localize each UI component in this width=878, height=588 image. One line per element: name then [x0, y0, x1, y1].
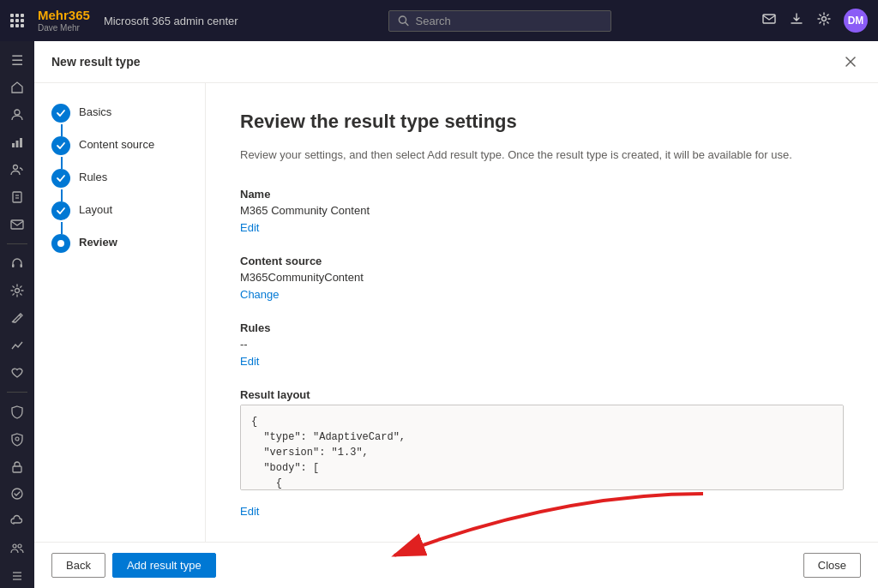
svg-rect-2	[763, 15, 775, 23]
name-label: Name	[240, 188, 844, 201]
step-circle-review	[51, 234, 70, 253]
svg-point-17	[15, 437, 19, 441]
sidebar-divider-2	[7, 392, 27, 393]
name-value: M365 Community Content	[240, 204, 844, 217]
gear-icon[interactable]	[816, 11, 832, 30]
review-description: Review your settings, and then select Ad…	[240, 147, 844, 164]
brand: Mehr365 Dave Mehr	[38, 9, 90, 33]
name-edit-link[interactable]: Edit	[240, 221, 259, 234]
download-icon[interactable]	[789, 11, 804, 30]
step-review: Review	[51, 234, 188, 253]
content-source-value: M365CommunityContent	[240, 271, 844, 284]
brand-sub: Dave Mehr	[38, 23, 80, 33]
content-source-change-link[interactable]: Change	[240, 288, 280, 301]
add-result-type-button[interactable]: Add result type	[112, 553, 216, 578]
sidebar-item-people[interactable]	[2, 537, 33, 561]
sidebar-item-mail[interactable]	[2, 213, 33, 237]
sidebar-item-cloud[interactable]	[2, 509, 33, 533]
search-icon	[398, 15, 409, 27]
svg-point-4	[15, 110, 20, 115]
footer-left-actions: Back Add result type	[51, 553, 216, 578]
content-area: New result type Basics	[34, 41, 878, 588]
close-button[interactable]: Close	[803, 553, 861, 578]
sidebar-divider-1	[7, 243, 27, 244]
search-input[interactable]	[416, 15, 602, 27]
panel-title: New result type	[51, 55, 140, 69]
rules-label: Rules	[240, 321, 844, 334]
svg-point-15	[15, 288, 20, 292]
topnav-icons: DM	[761, 9, 868, 33]
sidebar: ☰	[0, 41, 34, 588]
search-box[interactable]	[388, 10, 611, 32]
svg-rect-14	[21, 264, 23, 267]
svg-point-20	[13, 544, 16, 548]
svg-line-16	[19, 315, 21, 316]
svg-rect-18	[13, 466, 21, 472]
panel-body: Basics Content source Rules	[34, 83, 878, 542]
panel-footer: Back Add result type Close	[34, 542, 878, 588]
search-area	[252, 10, 748, 32]
layout-code-wrapper: { "type": "AdaptiveCard", "version": "1.…	[240, 405, 844, 490]
step-circle-layout	[51, 201, 70, 220]
layout-edit-link[interactable]: Edit	[240, 505, 259, 518]
svg-point-3	[822, 17, 827, 21]
step-label-review: Review	[79, 234, 117, 249]
review-title: Review the result type settings	[240, 111, 844, 133]
step-basics: Basics	[51, 104, 188, 123]
sidebar-item-lock[interactable]	[2, 454, 33, 478]
sidebar-item-shield2[interactable]	[2, 427, 33, 451]
review-section-name: Name M365 Community Content Edit	[240, 188, 844, 234]
mail-icon[interactable]	[761, 11, 777, 30]
step-label-content: Content source	[79, 136, 154, 151]
sidebar-item-shield1[interactable]	[2, 399, 33, 423]
step-content-source: Content source	[51, 136, 188, 155]
svg-line-1	[406, 22, 408, 25]
sidebar-item-chart[interactable]	[2, 333, 33, 357]
sidebar-item-heart[interactable]	[2, 361, 33, 385]
close-icon-button[interactable]	[840, 51, 861, 72]
avatar[interactable]: DM	[844, 9, 868, 33]
svg-rect-6	[16, 141, 19, 147]
step-label-layout: Layout	[79, 201, 112, 216]
back-button[interactable]: Back	[51, 553, 105, 578]
brand-name: Mehr365	[38, 9, 90, 23]
review-section-rules: Rules -- Edit	[240, 321, 844, 368]
layout-code-box[interactable]: { "type": "AdaptiveCard", "version": "1.…	[240, 405, 844, 490]
topnav: Mehr365 Dave Mehr Microsoft 365 admin ce…	[0, 0, 878, 41]
app-title: Microsoft 365 admin center	[104, 15, 238, 27]
sidebar-item-settings[interactable]	[2, 279, 33, 303]
sidebar-item-home[interactable]	[2, 75, 33, 99]
step-rules: Rules	[51, 169, 188, 188]
sidebar-item-headset[interactable]	[2, 251, 33, 275]
result-layout-label: Result layout	[240, 388, 844, 401]
svg-rect-12	[11, 220, 23, 229]
step-label-rules: Rules	[79, 169, 107, 183]
svg-rect-7	[20, 138, 22, 147]
review-content: Review the result type settings Review y…	[206, 83, 878, 542]
sidebar-item-reports[interactable]	[2, 185, 33, 209]
step-circle-rules	[51, 169, 70, 188]
review-section-content-source: Content source M365CommunityContent Chan…	[240, 255, 844, 301]
panel-header: New result type	[34, 41, 878, 83]
svg-rect-9	[13, 192, 21, 202]
sidebar-item-users[interactable]	[2, 158, 33, 182]
sidebar-item-compliance[interactable]	[2, 482, 33, 506]
rules-edit-link[interactable]: Edit	[240, 355, 259, 368]
step-label-basics: Basics	[79, 104, 111, 118]
wizard-steps: Basics Content source Rules	[34, 83, 206, 542]
svg-point-21	[18, 544, 21, 548]
content-source-label: Content source	[240, 255, 844, 267]
svg-point-8	[14, 165, 18, 170]
rules-value: --	[240, 338, 844, 351]
step-layout: Layout	[51, 201, 188, 220]
sidebar-item-analytics[interactable]	[2, 130, 33, 154]
sidebar-item-user[interactable]	[2, 103, 33, 127]
sidebar-item-list[interactable]	[2, 564, 33, 588]
svg-point-19	[12, 489, 22, 499]
step-circle-basics	[51, 104, 70, 123]
waffle-menu[interactable]	[10, 14, 24, 27]
step-circle-content	[51, 136, 70, 155]
sidebar-item-pencil[interactable]	[2, 306, 33, 330]
sidebar-item-menu[interactable]: ☰	[2, 48, 33, 72]
svg-rect-13	[12, 264, 15, 267]
